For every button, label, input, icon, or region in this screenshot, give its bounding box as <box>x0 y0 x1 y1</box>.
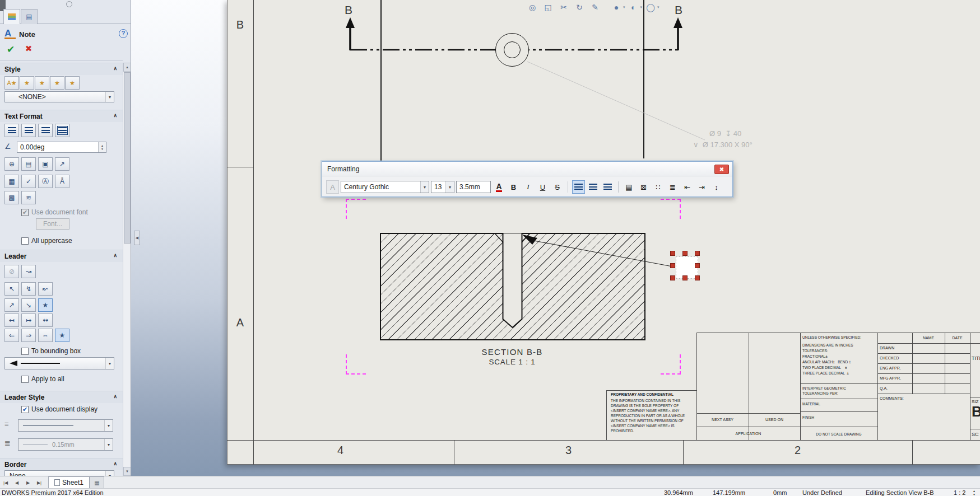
section-leader-style[interactable]: Leader Style∧ <box>0 391 123 403</box>
cancel-button[interactable]: ✖ <box>21 44 36 57</box>
panel-collapse-handle[interactable]: ◀ <box>134 231 140 245</box>
section-view-hatched-body[interactable] <box>380 233 645 340</box>
edit-sheet-format-icon[interactable]: ✎ <box>588 1 602 13</box>
leader-double-icon[interactable]: ↭ <box>38 313 53 327</box>
first-sheet-icon[interactable]: |◀ <box>0 478 11 488</box>
underline-leader-left-icon[interactable]: ⇐ <box>4 329 19 342</box>
align-left-button[interactable] <box>572 180 585 194</box>
pan-icon[interactable]: ✂ <box>556 1 571 13</box>
note-handle[interactable] <box>695 251 700 256</box>
use-document-display-checkbox[interactable]: ✔Use document display <box>21 405 97 413</box>
leader-top-icon[interactable]: ↤ <box>4 313 19 327</box>
line-spacing-icon[interactable]: ↕ <box>710 180 723 194</box>
font-size-select[interactable]: 13▾ <box>431 181 454 193</box>
datum-feature-icon[interactable]: Ⓐ <box>38 175 53 188</box>
insert-hyperlink-icon[interactable]: ⊕ <box>4 157 19 171</box>
chevron-up-icon[interactable]: ∧ <box>113 113 117 118</box>
line-thickness-select[interactable]: 0.15mm▾ <box>18 438 113 451</box>
text-height-input[interactable]: 3.5mm <box>456 181 491 193</box>
text-wrap-icon[interactable]: ≋ <box>21 191 36 204</box>
last-sheet-icon[interactable]: ▶| <box>34 478 45 488</box>
style-delete-icon[interactable]: ★ <box>35 76 49 90</box>
surface-finish-icon[interactable]: ✓ <box>21 175 36 188</box>
all-uppercase-checkbox[interactable]: All uppercase <box>21 237 72 245</box>
section-text-format[interactable]: Text Format∧ <box>0 110 123 122</box>
drawing-sheet[interactable] <box>227 0 980 465</box>
spin-down-icon[interactable]: ▼ <box>101 147 104 151</box>
add-sheet-tab[interactable]: ▦ <box>90 476 104 488</box>
chevron-down-icon[interactable]: ▾ <box>420 181 429 193</box>
italic-button[interactable]: I <box>522 180 535 194</box>
decrease-indent-icon[interactable]: ⇤ <box>681 180 694 194</box>
font-color-button[interactable]: A <box>493 180 505 194</box>
section-style[interactable]: Style∧ <box>0 63 123 75</box>
sheet-scale-control[interactable]: 1 : 2 <box>954 489 965 496</box>
chevron-down-icon[interactable]: ▾ <box>104 420 113 431</box>
note-annotation[interactable] <box>670 251 703 283</box>
note-handle[interactable] <box>670 275 675 280</box>
hatch-fill-icon[interactable]: ▩ <box>4 191 19 204</box>
scale-spinner[interactable]: ▲▼ <box>973 489 976 496</box>
jogged-leader-icon[interactable]: ↯ <box>21 282 36 296</box>
angle-spinner[interactable]: ▲▼ <box>98 142 106 152</box>
tab-sheet1[interactable]: Sheet1 <box>48 476 90 488</box>
note-handle[interactable] <box>682 275 688 280</box>
chevron-down-icon[interactable]: ▾ <box>105 92 114 102</box>
tab-configuration[interactable]: ▤ <box>21 9 38 24</box>
underline-leader-nearest-icon[interactable]: ★ <box>55 329 69 342</box>
previous-sheet-icon[interactable]: ◀ <box>11 478 22 488</box>
leader-left-icon[interactable]: ↗ <box>4 298 19 312</box>
chevron-down-icon[interactable]: ▾ <box>105 358 114 369</box>
no-wrap-icon[interactable]: ⊠ <box>637 180 650 194</box>
align-right-button[interactable] <box>38 124 53 137</box>
section-border[interactable]: Border∧ <box>0 458 123 470</box>
align-center-button[interactable] <box>21 124 36 137</box>
note-handle[interactable] <box>682 251 688 256</box>
wrap-text-icon[interactable]: ▤ <box>623 180 635 194</box>
hide-show-icon[interactable]: ◯ <box>643 1 658 13</box>
use-document-font-checkbox[interactable]: ✔Use document font <box>21 208 88 216</box>
font-family-select[interactable]: Century Gothic▾ <box>341 181 429 193</box>
line-style-select[interactable]: ▾ <box>18 419 113 432</box>
auto-leader-icon[interactable]: ↝ <box>21 265 36 278</box>
tab-property-manager[interactable] <box>3 9 20 24</box>
style-save-icon[interactable]: ★ <box>50 76 64 90</box>
chevron-down-icon[interactable]: ▾ <box>105 471 114 476</box>
scrollbar-thumb[interactable] <box>124 72 131 244</box>
zoom-to-area-icon[interactable]: ◱ <box>541 1 555 13</box>
note-handle[interactable] <box>695 275 700 280</box>
chevron-down-icon[interactable]: ▾ <box>104 439 113 450</box>
chevron-up-icon[interactable]: ∧ <box>113 394 117 399</box>
next-sheet-icon[interactable]: ▶ <box>22 478 34 488</box>
leader-right-icon[interactable]: ↘ <box>21 298 36 312</box>
leader-nearest-icon[interactable]: ★ <box>38 298 53 312</box>
increase-indent-icon[interactable]: ⇥ <box>695 180 708 194</box>
chevron-up-icon[interactable]: ∧ <box>113 461 117 466</box>
style-add-icon[interactable]: ★ <box>20 76 34 90</box>
spin-down-icon[interactable]: ▼ <box>973 493 976 496</box>
chevron-up-icon[interactable]: ∧ <box>113 252 117 258</box>
geometric-tolerance-icon[interactable]: ▦ <box>4 175 19 188</box>
angle-input[interactable]: 0.00deg▲▼ <box>17 142 106 153</box>
chevron-down-icon[interactable]: ▾ <box>445 181 454 193</box>
appearance-icon[interactable]: ● <box>609 1 624 13</box>
style-preset-select[interactable]: <NONE>▾ <box>4 91 114 102</box>
to-bounding-box-checkbox[interactable]: To bounding box <box>21 347 81 355</box>
border-style-select[interactable]: None▾ <box>4 470 114 476</box>
no-leader-icon[interactable]: ⊘ <box>4 265 19 278</box>
bold-button[interactable]: B <box>507 180 520 194</box>
spline-leader-icon[interactable]: ↜ <box>38 282 53 296</box>
arrow-style-select[interactable]: ▾ <box>4 357 114 369</box>
justify-button[interactable] <box>55 124 69 137</box>
align-right-button[interactable] <box>601 180 614 194</box>
font-button[interactable]: Font... <box>36 218 69 230</box>
chevron-down-icon[interactable]: ▾ <box>623 5 625 10</box>
strikethrough-button[interactable]: S <box>551 180 564 194</box>
panel-scrollbar[interactable]: ▲ ▼ <box>123 63 131 476</box>
display-style-icon[interactable]: ◐ <box>626 1 641 13</box>
scroll-down-icon[interactable]: ▼ <box>123 467 131 476</box>
style-no-favorite-icon[interactable]: A★ <box>4 76 19 90</box>
zoom-to-fit-icon[interactable]: ◎ <box>525 1 540 13</box>
help-icon[interactable]: ? <box>119 29 128 38</box>
stacked-text-icon[interactable]: Å <box>55 175 69 188</box>
